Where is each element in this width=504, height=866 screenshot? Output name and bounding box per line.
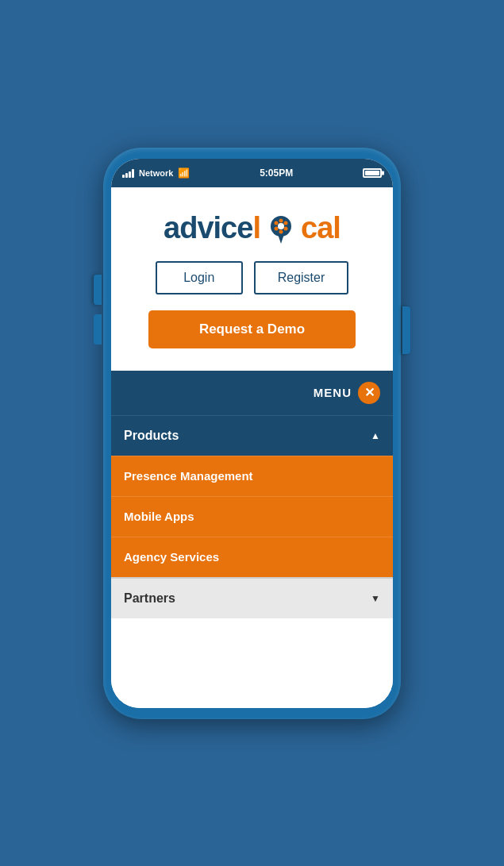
nav-section: MENU ✕ Products ▲ Presence Management Mo… — [111, 371, 393, 618]
battery-indicator — [363, 168, 382, 178]
mobile-apps-label: Mobile Apps — [124, 510, 194, 523]
menu-close-button[interactable]: ✕ — [358, 382, 380, 404]
register-button[interactable]: Register — [254, 261, 349, 294]
logo-advice: advice — [164, 211, 252, 245]
agency-services-item[interactable]: Agency Services — [111, 537, 393, 577]
close-icon: ✕ — [364, 385, 375, 400]
logo: advice l — [164, 211, 340, 245]
agency-services-label: Agency Services — [124, 550, 219, 564]
demo-button[interactable]: Request a Demo — [148, 310, 356, 348]
products-arrow-icon: ▲ — [371, 430, 380, 441]
products-label: Products — [124, 429, 179, 443]
login-button[interactable]: Login — [156, 261, 243, 294]
network-label: Network — [139, 168, 173, 178]
partners-arrow-icon: ▼ — [371, 593, 380, 604]
signal-icon — [122, 168, 134, 178]
svg-point-3 — [283, 221, 287, 225]
battery-icon — [363, 168, 382, 178]
logo-pin-icon — [268, 215, 294, 245]
status-left: Network 📶 — [122, 167, 190, 179]
phone-frame: Network 📶 5:05PM advice l — [103, 148, 401, 719]
menu-label: MENU — [314, 386, 352, 399]
hero-section: advice l — [111, 187, 393, 371]
svg-point-4 — [283, 227, 287, 231]
screen-content[interactable]: advice l — [111, 187, 393, 708]
phone-screen: Network 📶 5:05PM advice l — [111, 159, 393, 708]
wifi-icon: 📶 — [178, 167, 190, 179]
status-bar: Network 📶 5:05PM — [111, 159, 393, 187]
svg-point-6 — [274, 227, 278, 231]
partners-nav-item[interactable]: Partners ▼ — [111, 577, 393, 618]
products-nav-item[interactable]: Products ▲ — [111, 415, 393, 456]
time-display: 5:05PM — [260, 167, 293, 179]
partners-label: Partners — [124, 591, 175, 606]
presence-management-item[interactable]: Presence Management — [111, 456, 393, 496]
auth-buttons: Login Register — [130, 261, 374, 294]
presence-management-label: Presence Management — [124, 469, 253, 483]
svg-point-2 — [279, 219, 283, 223]
logo-local: l — [252, 211, 340, 245]
svg-marker-8 — [278, 234, 284, 244]
menu-header: MENU ✕ — [111, 371, 393, 415]
mobile-apps-item[interactable]: Mobile Apps — [111, 496, 393, 537]
svg-point-1 — [274, 221, 278, 225]
svg-point-7 — [278, 223, 284, 229]
svg-point-5 — [279, 230, 283, 234]
